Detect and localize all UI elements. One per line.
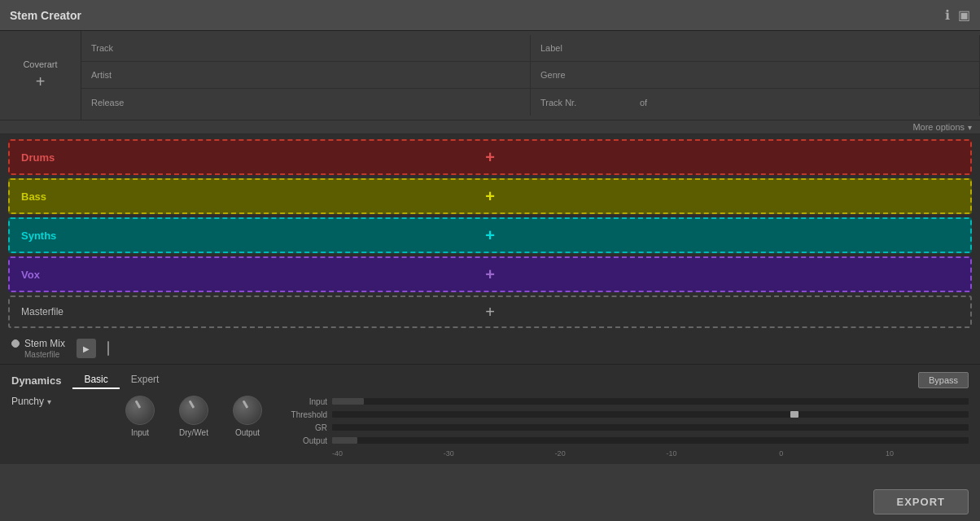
more-options-label: More options: [912, 122, 965, 132]
masterfile-row[interactable]: Masterfile +: [8, 296, 972, 328]
meter-input-label: Input: [278, 397, 327, 406]
synths-label: Synths: [21, 230, 56, 242]
stem-mix-row: Stem Mix Masterfile ▶: [0, 333, 980, 365]
drywet-knob-label: Dry/Wet: [179, 428, 208, 437]
knob-output: Output: [233, 396, 262, 437]
meta-cell-genre: Genre: [531, 62, 980, 88]
metadata-row-release: Release Track Nr. of: [81, 89, 980, 116]
title-bar-icons: ℹ ▣: [945, 7, 970, 23]
bass-label: Bass: [21, 190, 46, 203]
scale-minus30: -30: [444, 449, 454, 458]
meter-threshold-track: [332, 411, 969, 418]
meta-cell-label: Label: [531, 35, 980, 61]
dynamics-preset-area: Punchy ▾: [11, 396, 109, 407]
scale-minus10: -10: [666, 449, 676, 458]
meter-gr-label: GR: [278, 423, 327, 432]
stem-mix-radio-dot[interactable]: [11, 339, 20, 348]
drums-add-button[interactable]: +: [485, 148, 495, 167]
bass-add-button[interactable]: +: [485, 187, 495, 206]
coverart-section[interactable]: Coverart +: [0, 31, 81, 120]
artist-label: Artist: [91, 70, 140, 80]
knob-drywet: Dry/Wet: [179, 396, 208, 437]
meter-output-fill: [332, 437, 357, 444]
stem-row-synths[interactable]: Synths +: [8, 217, 972, 253]
vox-label: Vox: [21, 269, 40, 281]
stem-row-bass[interactable]: Bass +: [8, 178, 972, 214]
play-icon: ▶: [83, 344, 90, 353]
drywet-knob[interactable]: [179, 396, 208, 425]
stem-row-drums[interactable]: Drums +: [8, 139, 972, 175]
title-bar: Stem Creator ℹ ▣: [0, 0, 980, 31]
scale-plus10: 10: [886, 449, 894, 458]
synths-add-button[interactable]: +: [485, 226, 495, 245]
meter-output-track: [332, 437, 969, 444]
dynamics-header: Dynamics Basic Expert Bypass: [11, 371, 969, 389]
stems-area: Drums + Bass + Synths + Vox + Masterfile…: [0, 134, 980, 333]
stem-mix-title: Stem Mix: [24, 338, 65, 349]
output-knob-label: Output: [235, 428, 260, 437]
tracknr-total-input[interactable]: [652, 98, 693, 107]
track-input[interactable]: [140, 43, 303, 53]
stem-mix-main: Stem Mix: [11, 338, 65, 349]
meter-output-label: Output: [278, 436, 327, 445]
meter-gr-track: [332, 424, 969, 431]
more-options-button[interactable]: More options ▾: [912, 122, 972, 132]
bypass-button[interactable]: Bypass: [918, 372, 969, 388]
scale-zero: 0: [779, 449, 783, 458]
dynamics-section: Dynamics Basic Expert Bypass Punchy ▾ In…: [0, 365, 980, 464]
meter-input-track: [332, 398, 969, 405]
metadata-row-track: Track Label: [81, 35, 980, 62]
genre-input[interactable]: [589, 70, 752, 80]
info-icon[interactable]: ℹ: [945, 7, 950, 23]
meter-scale: -40 -30 -20 -10 0 10 20: [332, 449, 969, 458]
coverart-label: Coverart: [23, 59, 57, 69]
meter-row-input: Input: [278, 396, 969, 407]
dynamics-content: Punchy ▾ Input Dry/Wet Output: [11, 396, 969, 458]
meta-cell-release: Release: [81, 89, 531, 116]
preset-dropdown-arrow[interactable]: ▾: [47, 397, 51, 406]
threshold-marker[interactable]: [790, 411, 798, 418]
meter-section: Input Threshold GR Outpu: [278, 396, 969, 458]
label-input[interactable]: [589, 43, 752, 53]
dynamics-tabs: Basic Expert: [72, 371, 170, 389]
tab-expert[interactable]: Expert: [120, 371, 171, 389]
tab-basic[interactable]: Basic: [72, 371, 119, 389]
export-button[interactable]: EXPORT: [873, 489, 969, 514]
output-knob[interactable]: [233, 396, 262, 425]
play-button[interactable]: ▶: [77, 339, 96, 358]
stem-mix-sub: Masterfile: [24, 350, 65, 359]
tracknr-input[interactable]: [594, 98, 635, 107]
track-label: Track: [91, 43, 140, 53]
masterfile-add-button[interactable]: +: [485, 303, 495, 322]
knob-input: Input: [125, 396, 155, 437]
more-options-bar: More options ▾: [0, 120, 980, 134]
export-bar: EXPORT: [862, 483, 980, 521]
logo-icon[interactable]: ▣: [958, 7, 970, 23]
release-input[interactable]: [140, 98, 303, 107]
meta-cell-track: Track: [81, 35, 531, 61]
stem-row-vox[interactable]: Vox +: [8, 256, 972, 292]
meta-cell-artist: Artist: [81, 62, 531, 88]
release-label: Release: [91, 98, 140, 107]
input-knob-label: Input: [131, 428, 149, 437]
artist-input[interactable]: [140, 70, 303, 80]
scale-minus40: -40: [332, 449, 343, 458]
app-title: Stem Creator: [10, 9, 81, 22]
metadata-bar: Coverart + Track Label Artist: [0, 31, 980, 120]
scale-minus20: -20: [555, 449, 566, 458]
coverart-plus[interactable]: +: [36, 72, 46, 91]
drums-label: Drums: [21, 151, 55, 164]
main-content: Coverart + Track Label Artist: [0, 31, 980, 521]
meter-threshold-label: Threshold: [278, 410, 327, 419]
meter-row-threshold: Threshold: [278, 409, 969, 420]
masterfile-label: Masterfile: [21, 306, 63, 317]
meter-row-output: Output: [278, 435, 969, 446]
meter-input-fill: [332, 398, 364, 405]
dynamics-title: Dynamics: [11, 374, 61, 387]
waveform-bar: [107, 341, 109, 356]
vox-add-button[interactable]: +: [485, 265, 495, 284]
chevron-down-icon: ▾: [968, 123, 972, 132]
label-label: Label: [540, 43, 589, 53]
input-knob[interactable]: [125, 396, 155, 425]
tracknr-of: of: [640, 98, 647, 107]
